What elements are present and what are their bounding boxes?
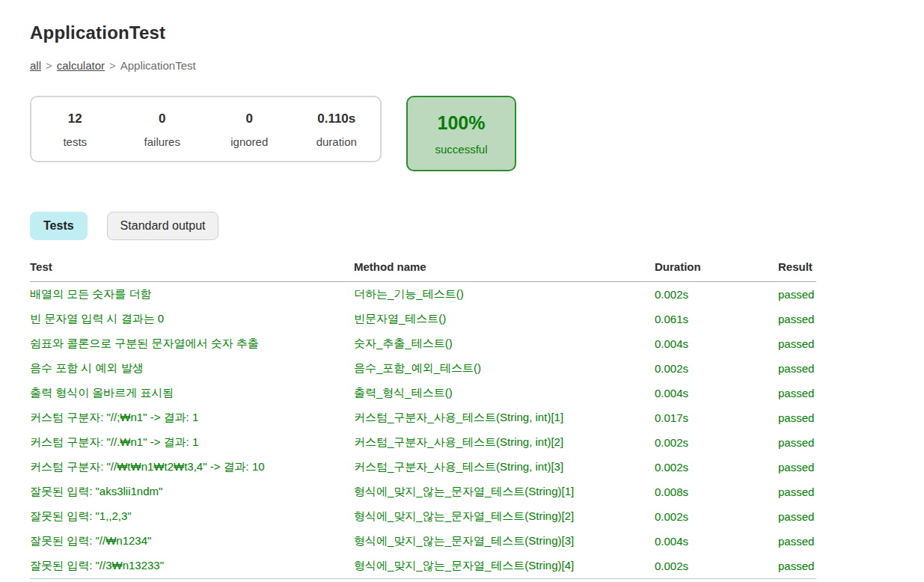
duration-cell: 0.002s [655, 455, 778, 480]
duration-cell: 0.002s [655, 430, 778, 455]
table-row: 음수 포함 시 예외 발생 음수_포함_예외_테스트() 0.002s pass… [30, 356, 816, 381]
test-name-cell: 커스텀 구분자: "//.₩n1" -> 결과: 1 [30, 430, 354, 455]
method-name-cell: 형식에_맞지_않는_문자열_테스트(String)[3] [354, 529, 655, 554]
duration-label: duration [293, 135, 381, 148]
duration-cell: 0.004s [655, 529, 778, 554]
duration-cell: 0.061s [655, 307, 778, 331]
result-cell: passed [778, 405, 816, 430]
column-header-duration: Duration [655, 260, 778, 282]
duration-cell: 0.002s [655, 282, 778, 307]
test-name-cell: 빈 문자열 입력 시 결과는 0 [30, 307, 354, 331]
result-cell: passed [778, 455, 816, 480]
summary-failures: 0 failures [119, 111, 206, 148]
table-row: 잘못된 입력: "//₩n1234" 형식에_맞지_않는_문자열_테스트(Str… [30, 529, 816, 554]
success-rate-badge: 100% successful [406, 96, 516, 171]
table-row: 커스텀 구분자: "//;₩n1" -> 결과: 1 커스텀_구분자_사용_테스… [30, 405, 816, 430]
tests-label: tests [31, 135, 119, 148]
result-cell: passed [778, 430, 816, 455]
duration-cell: 0.004s [655, 331, 778, 356]
breadcrumb-separator: > [109, 59, 116, 72]
page-title: ApplicationTest [30, 22, 894, 43]
breadcrumb-current: ApplicationTest [120, 59, 196, 72]
duration-cell: 0.008s [655, 480, 778, 504]
test-name-cell: 음수 포함 시 예외 발생 [30, 356, 354, 381]
test-name-cell: 잘못된 입력: "1,,2,3" [30, 504, 354, 529]
test-results-table: Test Method name Duration Result 배열의 모든 … [30, 260, 816, 579]
result-cell: passed [778, 480, 816, 504]
method-name-cell: 커스텀_구분자_사용_테스트(String, int)[3] [354, 455, 655, 480]
method-name-cell: 형식에_맞지_않는_문자열_테스트(String)[1] [354, 480, 655, 504]
test-name-cell: 출력 형식이 올바르게 표시됨 [30, 381, 354, 405]
table-row: 쉼표와 콜론으로 구분된 문자열에서 숫자 추출 숫자_추출_테스트() 0.0… [30, 331, 816, 356]
test-report-page: ApplicationTest all>calculator>Applicati… [0, 0, 924, 579]
result-cell: passed [778, 504, 816, 529]
method-name-cell: 빈문자열_테스트() [354, 307, 655, 331]
test-name-cell: 잘못된 입력: "aks3lii1ndm" [30, 480, 354, 504]
failures-label: failures [119, 135, 206, 148]
method-name-cell: 음수_포함_예외_테스트() [354, 356, 655, 381]
test-name-cell: 잘못된 입력: "//3₩n13233" [30, 554, 354, 579]
breadcrumb-link-all[interactable]: all [30, 59, 41, 72]
duration-cell: 0.017s [655, 405, 778, 430]
result-cell: passed [778, 529, 816, 554]
summary-tests: 12 tests [31, 111, 119, 148]
column-header-result: Result [778, 260, 816, 282]
failures-count: 0 [119, 111, 206, 126]
table-row: 잘못된 입력: "aks3lii1ndm" 형식에_맞지_않는_문자열_테스트(… [30, 480, 816, 504]
table-row: 커스텀 구분자: "//.₩n1" -> 결과: 1 커스텀_구분자_사용_테스… [30, 430, 816, 455]
result-cell: passed [778, 356, 816, 381]
method-name-cell: 커스텀_구분자_사용_테스트(String, int)[1] [354, 405, 655, 430]
ignored-label: ignored [206, 135, 293, 148]
column-header-test: Test [30, 260, 354, 282]
method-name-cell: 더하는_기능_테스트() [354, 282, 655, 307]
ignored-count: 0 [206, 111, 293, 126]
duration-cell: 0.002s [655, 504, 778, 529]
test-name-cell: 쉼표와 콜론으로 구분된 문자열에서 숫자 추출 [30, 331, 354, 356]
method-name-cell: 출력_형식_테스트() [354, 381, 655, 405]
tab-standard-output[interactable]: Standard output [107, 212, 219, 240]
breadcrumb-link-calculator[interactable]: calculator [57, 59, 105, 72]
test-name-cell: 배열의 모든 숫자를 더함 [30, 282, 354, 307]
test-name-cell: 잘못된 입력: "//₩n1234" [30, 529, 354, 554]
test-name-cell: 커스텀 구분자: "//;₩n1" -> 결과: 1 [30, 405, 354, 430]
success-percent: 100% [438, 112, 486, 134]
tab-bar: Tests Standard output [30, 212, 894, 240]
summary-counters-box: 12 tests 0 failures 0 ignored 0.110s dur… [30, 96, 382, 162]
method-name-cell: 커스텀_구분자_사용_테스트(String, int)[2] [354, 430, 655, 455]
table-row: 잘못된 입력: "//3₩n13233" 형식에_맞지_않는_문자열_테스트(S… [30, 554, 816, 579]
table-row: 빈 문자열 입력 시 결과는 0 빈문자열_테스트() 0.061s passe… [30, 307, 816, 331]
test-name-cell: 커스텀 구분자: "//₩t₩n1₩t2₩t3,4" -> 결과: 10 [30, 455, 354, 480]
result-cell: passed [778, 331, 816, 356]
column-header-method-name: Method name [354, 260, 655, 282]
tests-count: 12 [31, 111, 119, 126]
table-row: 출력 형식이 올바르게 표시됨 출력_형식_테스트() 0.004s passe… [30, 381, 816, 405]
result-cell: passed [778, 554, 816, 579]
duration-cell: 0.002s [655, 554, 778, 579]
duration-cell: 0.002s [655, 356, 778, 381]
success-label: successful [435, 143, 487, 156]
method-name-cell: 숫자_추출_테스트() [354, 331, 655, 356]
result-cell: passed [778, 282, 816, 307]
result-cell: passed [778, 381, 816, 405]
summary-section: 12 tests 0 failures 0 ignored 0.110s dur… [30, 96, 894, 171]
summary-duration: 0.110s duration [293, 111, 381, 148]
table-row: 커스텀 구분자: "//₩t₩n1₩t2₩t3,4" -> 결과: 10 커스텀… [30, 455, 816, 480]
duration-cell: 0.004s [655, 381, 778, 405]
table-row: 배열의 모든 숫자를 더함 더하는_기능_테스트() 0.002s passed [30, 282, 816, 307]
result-cell: passed [778, 307, 816, 331]
table-row: 잘못된 입력: "1,,2,3" 형식에_맞지_않는_문자열_테스트(Strin… [30, 504, 816, 529]
breadcrumb: all>calculator>ApplicationTest [30, 59, 894, 72]
method-name-cell: 형식에_맞지_않는_문자열_테스트(String)[2] [354, 504, 655, 529]
table-header-row: Test Method name Duration Result [30, 260, 816, 282]
breadcrumb-separator: > [46, 59, 52, 72]
method-name-cell: 형식에_맞지_않는_문자열_테스트(String)[4] [354, 554, 655, 579]
tab-tests[interactable]: Tests [30, 212, 88, 240]
duration-value: 0.110s [293, 111, 381, 126]
summary-ignored: 0 ignored [206, 111, 293, 148]
